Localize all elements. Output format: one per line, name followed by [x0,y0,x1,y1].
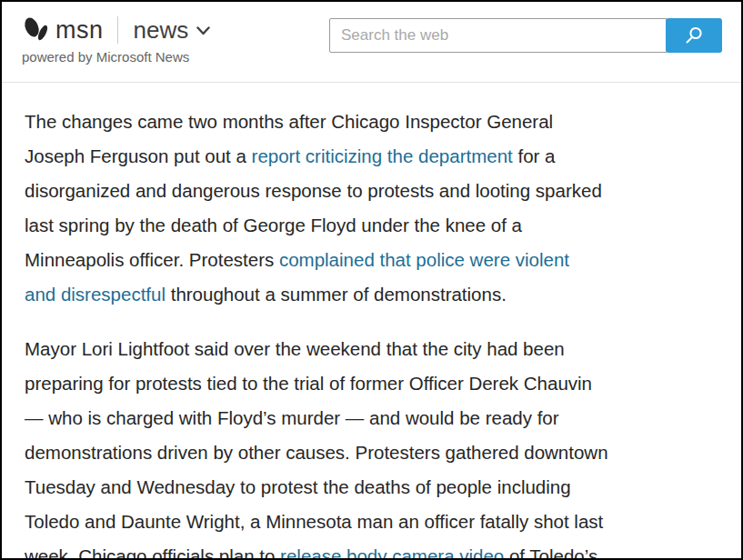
article-link[interactable]: and disrespectful [25,284,166,305]
article-text: Joseph Ferguson put out a [25,145,252,166]
article-text: last spring by the death of George Floyd… [25,215,522,235]
search-button[interactable] [666,18,722,53]
chevron-down-icon [196,26,210,35]
article-link[interactable]: complained that police were violent [279,249,569,270]
article-link[interactable]: release body camera video [280,545,504,560]
article-text: Toledo and Daunte Wright, a Minnesota ma… [25,511,603,532]
article-text: disorganized and dangerous response to p… [25,180,602,201]
article-text: throughout a summer of demonstrations. [166,284,507,305]
article-text: Tuesday and Wednesday to protest the dea… [25,476,571,497]
header: msn news powered by Microsoft News [2,2,741,83]
msn-butterfly-icon [22,15,49,45]
article-text: The changes came two months after Chicag… [25,111,553,132]
article-paragraph: Mayor Lori Lightfoot said over the weeke… [25,332,718,560]
article-body: The changes came two months after Chicag… [2,83,741,560]
header-vertical-divider [117,16,118,44]
article-text: of Toledo’s [504,545,597,560]
msn-logo-text: msn [55,16,104,45]
article-text: — who is charged with Floyd’s murder — a… [25,407,559,428]
msn-logo[interactable]: msn [22,15,104,45]
article-link[interactable]: report criticizing the department [252,145,513,166]
article-paragraph: The changes came two months after Chicag… [25,105,718,312]
magnifier-icon [683,25,705,46]
article-text: Minneapolis officer. Protesters [25,249,279,270]
search-bar [329,18,722,53]
article-text: preparing for protests tied to the trial… [25,373,592,394]
news-vertical-label: news [134,16,189,45]
article-text: demonstrations driven by other causes. P… [25,442,608,463]
news-vertical-dropdown[interactable]: news [134,16,211,45]
article-text: Mayor Lori Lightfoot said over the weeke… [25,338,565,359]
search-input[interactable] [329,18,668,53]
article-text: week. Chicago officials plan to [25,545,280,560]
article-text: for a [513,145,556,166]
